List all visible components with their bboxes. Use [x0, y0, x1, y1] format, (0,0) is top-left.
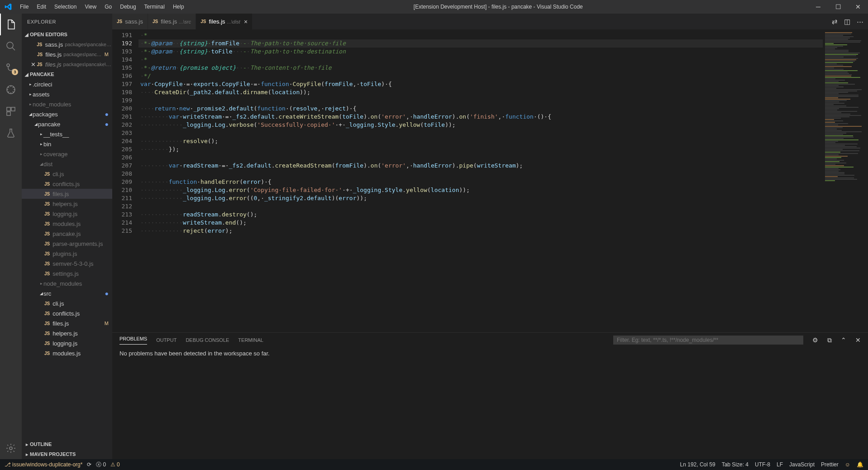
feedback-icon[interactable]: ☺: [845, 461, 850, 468]
modified-indicator: M: [105, 52, 109, 57]
editor-body[interactable]: 1911921931941951961971981992002012022032…: [112, 29, 868, 332]
panel-tab-terminal[interactable]: TERMINAL: [238, 337, 263, 343]
close-icon[interactable]: ✕: [30, 61, 37, 68]
js-file-icon: JS: [37, 42, 42, 47]
svg-rect-6: [7, 112, 10, 115]
file-item[interactable]: JSsettings.js: [22, 269, 112, 278]
js-file-icon: JS: [44, 261, 50, 266]
file-item[interactable]: JScli.js: [22, 298, 112, 308]
eol[interactable]: LF: [777, 461, 783, 468]
minimap[interactable]: [823, 29, 868, 332]
folder-item[interactable]: ▸ assets: [22, 89, 112, 99]
chevron-right-icon: ▸: [28, 102, 33, 106]
sync-icon[interactable]: ⟳: [87, 461, 91, 468]
tab-size[interactable]: Tab Size: 4: [722, 461, 749, 468]
panel-tab-output[interactable]: OUTPUT: [156, 337, 176, 343]
menu-help[interactable]: Help: [169, 4, 188, 10]
folder-item[interactable]: ◢ dist: [22, 159, 112, 169]
js-file-icon: JS: [117, 19, 122, 24]
open-editor-item[interactable]: JSfiles.jspackages\panc...M: [22, 49, 112, 59]
file-item[interactable]: JSpancake.js: [22, 229, 112, 239]
code-content[interactable]: ·*·*·@param··{string}·fromFile·-·The·pat…: [138, 29, 823, 332]
folder-item[interactable]: ◢ src●: [22, 288, 112, 298]
dirty-dot-icon: ●: [105, 290, 109, 297]
chevron-right-icon: ▸: [39, 132, 43, 136]
folder-item[interactable]: ◢ pancake●: [22, 119, 112, 129]
file-item[interactable]: JSparse-arguments.js: [22, 239, 112, 249]
file-item[interactable]: JShelpers.js: [22, 199, 112, 209]
folder-item[interactable]: ▸ node_modules: [22, 278, 112, 288]
file-item[interactable]: JShelpers.js: [22, 328, 112, 338]
warning-count[interactable]: ⚠ 0: [110, 461, 120, 468]
minimize-icon[interactable]: ─: [808, 3, 828, 10]
extensions-icon[interactable]: [0, 101, 22, 122]
file-item[interactable]: JSfiles.js: [22, 189, 112, 199]
file-item[interactable]: JScli.js: [22, 169, 112, 179]
problems-filter-input[interactable]: [613, 336, 803, 345]
language-mode[interactable]: JavaScript: [789, 461, 815, 468]
bell-icon[interactable]: 🔔: [857, 461, 863, 468]
open-editor-item[interactable]: JSsass.jspackages\pancake-s...: [22, 39, 112, 49]
js-file-icon: JS: [200, 19, 206, 24]
js-file-icon: JS: [44, 182, 50, 187]
file-item[interactable]: JSmodules.js: [22, 219, 112, 229]
svg-rect-5: [11, 107, 15, 111]
cursor-position[interactable]: Ln 192, Col 59: [680, 461, 715, 468]
file-item[interactable]: JSconflicts.js: [22, 308, 112, 318]
vscode-logo-icon: [0, 3, 16, 10]
folder-item[interactable]: ▸ __tests__: [22, 129, 112, 139]
close-icon[interactable]: ✕: [848, 3, 868, 10]
tab-close-icon[interactable]: ×: [244, 18, 248, 25]
encoding[interactable]: UTF-8: [755, 461, 770, 468]
maximize-icon[interactable]: ☐: [828, 3, 848, 10]
menu-selection[interactable]: Selection: [50, 4, 81, 10]
menu-terminal[interactable]: Terminal: [140, 4, 169, 10]
project-section[interactable]: ◢PANCAKE: [22, 69, 112, 79]
debug-icon[interactable]: [0, 79, 22, 101]
folder-item[interactable]: ▸ .circleci: [22, 79, 112, 89]
scm-icon[interactable]: 3: [0, 57, 22, 79]
panel-tab-problems[interactable]: PROBLEMS: [119, 336, 147, 345]
folder-item[interactable]: ▸ bin: [22, 139, 112, 149]
open-editors-section[interactable]: ◢OPEN EDITORS: [22, 29, 112, 39]
prettier-status[interactable]: Prettier: [821, 461, 839, 468]
split-editor-icon[interactable]: ◫: [844, 18, 850, 26]
js-file-icon: JS: [44, 231, 50, 236]
maven-section[interactable]: ▸MAVEN PROJECTS: [22, 449, 112, 459]
panel-maximize-icon[interactable]: ⌃: [841, 336, 846, 344]
menu-file[interactable]: File: [16, 4, 33, 10]
folder-item[interactable]: ▸ node_modules: [22, 99, 112, 109]
file-item[interactable]: JSlogging.js: [22, 338, 112, 348]
menu-edit[interactable]: Edit: [33, 4, 50, 10]
editor-tab[interactable]: JSsass.js: [112, 14, 148, 29]
file-item[interactable]: JSplugins.js: [22, 249, 112, 259]
collapse-all-icon[interactable]: ⧉: [827, 336, 832, 344]
file-item[interactable]: JSfiles.jsM: [22, 318, 112, 328]
menu-view[interactable]: View: [81, 4, 100, 10]
menu-go[interactable]: Go: [100, 4, 116, 10]
error-count[interactable]: ⓧ 0: [96, 461, 106, 469]
editor-tab[interactable]: JSfiles.js ...\src: [148, 14, 196, 29]
editor-tab[interactable]: JSfiles.js ...\dist×: [196, 14, 253, 29]
editor-area: JSsass.jsJSfiles.js ...\srcJSfiles.js ..…: [112, 14, 868, 459]
menu-debug[interactable]: Debug: [116, 4, 140, 10]
filter-settings-icon[interactable]: ⚙: [812, 336, 818, 344]
panel-close-icon[interactable]: ✕: [855, 336, 861, 344]
file-item[interactable]: JSlogging.js: [22, 209, 112, 219]
folder-item[interactable]: ▸ coverage: [22, 149, 112, 159]
compare-changes-icon[interactable]: ⇄: [832, 18, 838, 26]
open-editor-item[interactable]: ✕JSfiles.jspackages\pancake\dist: [22, 59, 112, 69]
settings-gear-icon[interactable]: [0, 437, 22, 459]
panel-tab-debug[interactable]: DEBUG CONSOLE: [186, 337, 229, 343]
file-item[interactable]: JSmodules.js: [22, 348, 112, 358]
more-actions-icon[interactable]: ⋯: [857, 18, 863, 26]
folder-item[interactable]: ◢ packages●: [22, 109, 112, 119]
file-item[interactable]: JSconflicts.js: [22, 179, 112, 189]
beaker-icon[interactable]: [0, 122, 22, 144]
js-file-icon: JS: [44, 271, 50, 276]
branch-indicator[interactable]: ⎇ issue/windows-duplicate-org*: [5, 461, 82, 468]
search-icon[interactable]: [0, 35, 22, 57]
explorer-icon[interactable]: [0, 14, 22, 35]
file-item[interactable]: JSsemver-5-3-0.js: [22, 259, 112, 269]
outline-section[interactable]: ▸OUTLINE: [22, 439, 112, 449]
